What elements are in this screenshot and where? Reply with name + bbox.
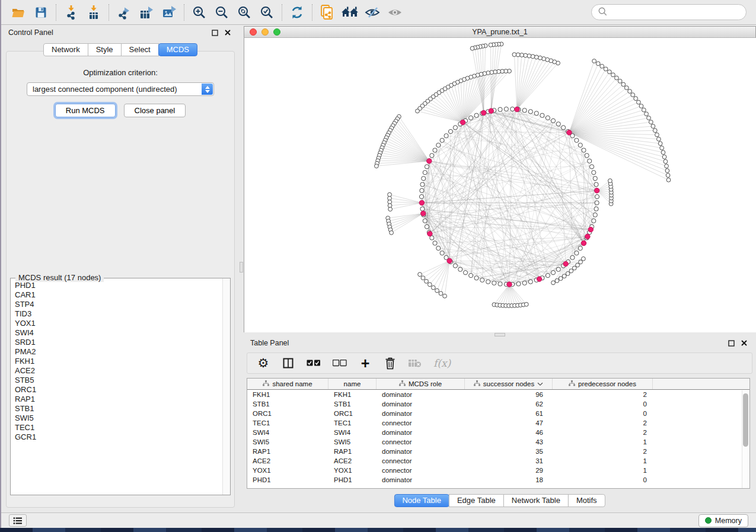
mcds-result-item[interactable]: ACE2 — [15, 366, 222, 376]
table-cell[interactable]: ORC1 — [247, 410, 328, 417]
mcds-result-item[interactable]: STB5 — [15, 376, 222, 385]
first-neighbors-icon[interactable] — [339, 2, 361, 23]
table-cell[interactable]: 46 — [465, 429, 553, 436]
table-row[interactable]: RAP1RAP1dominator352 — [247, 447, 749, 456]
table-cell[interactable]: dominator — [377, 429, 465, 436]
zoom-in-icon[interactable] — [188, 2, 210, 23]
table-cell[interactable]: YOX1 — [247, 467, 328, 474]
tab-edge-table[interactable]: Edge Table — [449, 494, 504, 507]
table-cell[interactable]: dominator — [377, 410, 465, 417]
table-row[interactable]: YOX1YOX1connector291 — [247, 466, 749, 475]
table-cell[interactable]: dominator — [377, 391, 465, 398]
task-history-button[interactable] — [9, 514, 27, 527]
table-cell[interactable]: RAP1 — [328, 448, 377, 455]
table-cell[interactable]: connector — [377, 457, 465, 464]
table-cell[interactable]: 0 — [553, 410, 653, 417]
table-cell[interactable]: FKH1 — [328, 391, 377, 398]
refresh-layout-icon[interactable] — [286, 2, 308, 23]
table-cell[interactable]: TEC1 — [247, 419, 328, 427]
table-cell[interactable]: 35 — [465, 448, 553, 455]
table-cell[interactable]: 1 — [553, 438, 653, 446]
column-header-name[interactable]: name — [328, 379, 377, 389]
mcds-result-item[interactable]: SRD1 — [15, 338, 222, 347]
table-scrollbar-thumb[interactable] — [743, 393, 748, 447]
duplicate-network-icon[interactable] — [316, 2, 339, 23]
table-cell[interactable]: 2 — [553, 448, 653, 455]
memory-button[interactable]: Memory — [698, 514, 748, 527]
zoom-out-icon[interactable] — [210, 2, 233, 23]
mcds-list-scrollbar[interactable] — [222, 278, 230, 495]
mcds-result-item[interactable]: GCR1 — [15, 432, 222, 442]
table-cell[interactable]: SWI5 — [247, 438, 328, 446]
mcds-result-item[interactable]: PHD1 — [15, 281, 222, 290]
table-row[interactable]: TEC1TEC1connector472 — [247, 418, 749, 428]
table-cell[interactable]: RAP1 — [247, 448, 328, 455]
column-header-shared-name[interactable]: shared name — [247, 379, 328, 389]
table-cell[interactable]: 0 — [553, 400, 653, 408]
mcds-result-list[interactable]: PHD1CAR1STP4TID3YOX1SWI4SRD1PMA2FKH1ACE2… — [11, 281, 222, 494]
tab-network[interactable]: Network — [43, 43, 88, 56]
search-box[interactable] — [591, 4, 747, 20]
table-row[interactable]: PHD1PHD1dominator180 — [247, 475, 749, 485]
table-cell[interactable]: 0 — [553, 476, 653, 483]
network-titlebar[interactable]: YPA_prune.txt_1 — [244, 26, 756, 38]
table-cell[interactable]: 47 — [465, 419, 553, 427]
table-cell[interactable]: TEC1 — [328, 419, 377, 427]
tab-node-table[interactable]: Node Table — [394, 494, 449, 507]
table-cell[interactable]: dominator — [377, 400, 465, 408]
export-table-icon[interactable] — [135, 2, 158, 23]
table-row[interactable]: SWI4SWI4dominator462 — [247, 428, 749, 437]
table-cell[interactable]: ACE2 — [328, 457, 377, 464]
table-cell[interactable]: connector — [377, 419, 465, 427]
table-cell[interactable]: ORC1 — [328, 410, 377, 417]
close-panel-icon[interactable] — [223, 28, 232, 37]
table-cell[interactable]: 1 — [553, 457, 653, 464]
table-cell[interactable]: connector — [377, 438, 465, 446]
table-row[interactable]: FKH1FKH1dominator962 — [247, 390, 749, 399]
table-scrollbar[interactable] — [742, 390, 749, 488]
mcds-result-item[interactable]: YOX1 — [15, 319, 222, 328]
table-cell[interactable]: PHD1 — [247, 476, 328, 483]
network-canvas[interactable] — [244, 38, 756, 332]
table-cell[interactable]: 2 — [553, 419, 653, 427]
delete-table-icon-disabled[interactable] — [409, 355, 422, 371]
import-network-icon[interactable] — [60, 2, 82, 23]
criterion-select[interactable]: largest connected component (undirected) — [27, 82, 214, 96]
table-row[interactable]: SWI5SWI5connector431 — [247, 437, 749, 447]
table-cell[interactable]: SWI5 — [328, 438, 377, 446]
table-cell[interactable]: STB1 — [247, 400, 328, 408]
mcds-result-item[interactable]: TID3 — [15, 309, 222, 319]
hide-details-icon[interactable] — [361, 2, 384, 23]
show-details-icon[interactable] — [384, 2, 406, 23]
mcds-result-item[interactable]: STP4 — [15, 300, 222, 309]
mcds-result-item[interactable]: CAR1 — [15, 290, 222, 300]
table-cell[interactable]: 31 — [465, 457, 553, 464]
float-panel-icon[interactable] — [210, 28, 219, 37]
tab-motifs[interactable]: Motifs — [568, 494, 605, 507]
search-input[interactable] — [611, 8, 740, 17]
table-cell[interactable]: 29 — [465, 467, 553, 474]
tab-network-table[interactable]: Network Table — [503, 494, 569, 507]
table-cell[interactable]: 62 — [465, 400, 553, 408]
mcds-result-item[interactable]: PMA2 — [15, 347, 222, 357]
close-panel-button[interactable]: Close panel — [124, 104, 186, 117]
create-column-icon[interactable]: + — [359, 355, 372, 371]
import-table-icon[interactable] — [82, 2, 105, 23]
show-columns-icon[interactable] — [282, 355, 295, 371]
run-mcds-button[interactable]: Run MCDS — [55, 104, 116, 117]
table-cell[interactable]: 61 — [465, 410, 553, 417]
mcds-result-item[interactable]: ORC1 — [15, 385, 222, 395]
table-cell[interactable]: FKH1 — [247, 391, 328, 398]
network-graph[interactable] — [244, 38, 756, 332]
column-header-successor-nodes[interactable]: successor nodes — [465, 379, 553, 389]
tab-mcds[interactable]: MCDS — [158, 43, 197, 56]
mcds-result-item[interactable]: SWI5 — [15, 414, 222, 423]
select-all-columns-icon[interactable] — [307, 355, 321, 371]
close-table-panel-icon[interactable] — [739, 338, 749, 348]
table-cell[interactable]: SWI4 — [328, 429, 377, 436]
table-row[interactable]: ACE2ACE2connector311 — [247, 456, 749, 466]
mcds-result-item[interactable]: TEC1 — [15, 423, 222, 432]
table-cell[interactable]: 18 — [465, 476, 553, 483]
table-cell[interactable]: 2 — [553, 391, 653, 398]
mcds-result-item[interactable]: FKH1 — [15, 357, 222, 366]
